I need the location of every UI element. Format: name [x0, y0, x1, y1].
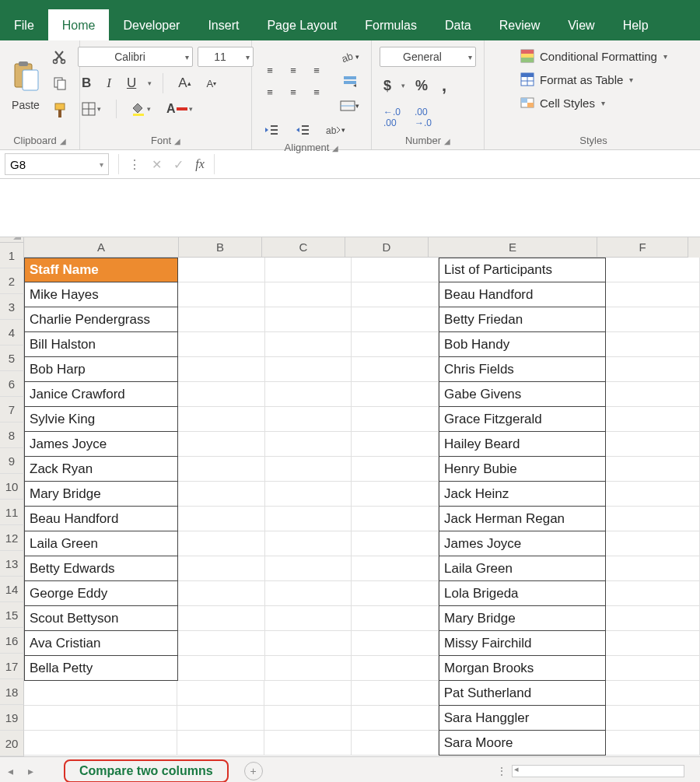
cut-icon[interactable] — [48, 47, 72, 67]
cell-F8[interactable] — [606, 432, 700, 457]
cell-D20[interactable] — [352, 731, 439, 756]
font-color-icon[interactable]: A▾ — [163, 100, 197, 118]
cell-E2[interactable]: Beau Handford — [439, 282, 606, 307]
cell-A19[interactable] — [24, 706, 177, 731]
cell-B1[interactable] — [178, 258, 265, 282]
row-header-9[interactable]: 9 — [0, 448, 24, 474]
italic-button[interactable]: I — [103, 73, 115, 93]
cell-A17[interactable]: Bella Petty — [24, 656, 178, 681]
enter-icon[interactable]: ✓ — [167, 154, 189, 174]
decrease-decimal-icon[interactable]: .00→.0 — [411, 104, 436, 131]
cell-D16[interactable] — [352, 631, 439, 656]
cell-E3[interactable]: Betty Friedan — [439, 307, 606, 332]
column-header-A[interactable]: A — [24, 237, 179, 258]
cell-B10[interactable] — [178, 482, 265, 507]
cell-D15[interactable] — [352, 606, 439, 631]
cell-D13[interactable] — [352, 556, 439, 581]
row-header-17[interactable]: 17 — [0, 654, 24, 679]
fx-icon[interactable]: fx — [189, 154, 211, 174]
cell-B4[interactable] — [178, 332, 265, 357]
cell-B14[interactable] — [178, 581, 265, 606]
cell-E17[interactable]: Morgan Brooks — [439, 656, 606, 681]
cell-D8[interactable] — [352, 432, 439, 457]
formula-input[interactable] — [214, 154, 700, 174]
cell-C5[interactable] — [265, 357, 352, 382]
align-top-icon[interactable]: ≡ — [260, 61, 280, 79]
row-header-3[interactable]: 3 — [0, 294, 24, 320]
format-as-table-button[interactable]: Format as Table▾ — [520, 70, 633, 89]
cell-F15[interactable] — [606, 606, 700, 631]
cell-C6[interactable] — [265, 382, 352, 407]
cell-C1[interactable] — [265, 258, 352, 282]
cell-A5[interactable]: Bob Harp — [24, 357, 178, 382]
cell-E18[interactable]: Pat Sutherland — [439, 681, 606, 706]
row-header-5[interactable]: 5 — [0, 345, 24, 371]
cell-B2[interactable] — [178, 282, 265, 307]
cell-B16[interactable] — [178, 631, 265, 656]
row-header-11[interactable]: 11 — [0, 500, 24, 525]
cell-C14[interactable] — [265, 581, 352, 606]
align-bottom-icon[interactable]: ≡ — [306, 61, 327, 79]
tab-home[interactable]: Home — [48, 9, 110, 40]
tab-page-layout[interactable]: Page Layout — [253, 9, 351, 40]
cell-F20[interactable] — [606, 731, 700, 756]
cell-B17[interactable] — [178, 656, 265, 681]
cell-B3[interactable] — [178, 307, 265, 332]
cell-A9[interactable]: Zack Ryan — [24, 457, 178, 482]
column-header-D[interactable]: D — [345, 237, 429, 258]
tab-developer[interactable]: Developer — [109, 9, 194, 40]
worksheet-grid[interactable]: 1234567891011121314151617181920 ABCDEF S… — [0, 237, 700, 756]
increase-decimal-icon[interactable]: ←.0.00 — [380, 104, 404, 131]
column-header-B[interactable]: B — [179, 237, 262, 258]
cell-F17[interactable] — [606, 656, 700, 681]
number-format-dropdown[interactable]: General — [380, 47, 476, 67]
select-all-corner[interactable] — [0, 237, 24, 243]
cell-A8[interactable]: James Joyce — [24, 432, 178, 457]
cell-E6[interactable]: Gabe Givens — [439, 382, 606, 407]
cell-C9[interactable] — [265, 457, 352, 482]
cell-F12[interactable] — [606, 531, 700, 556]
cell-E5[interactable]: Chris Fields — [439, 357, 606, 382]
cell-C3[interactable] — [265, 307, 352, 332]
cell-F10[interactable] — [606, 482, 700, 507]
cell-A3[interactable]: Charlie Pendergrass — [24, 307, 178, 332]
copy-icon[interactable] — [48, 73, 72, 93]
tab-help[interactable]: Help — [609, 9, 663, 40]
paste-icon[interactable] — [8, 57, 44, 96]
cell-C11[interactable] — [265, 507, 352, 531]
cell-B12[interactable] — [178, 531, 265, 556]
column-header-C[interactable]: C — [262, 237, 345, 258]
decrease-indent-icon[interactable] — [260, 121, 283, 139]
cell-C2[interactable] — [265, 282, 352, 307]
cell-E10[interactable]: Jack Heinz — [439, 482, 606, 507]
cell-C18[interactable] — [264, 681, 352, 706]
cell-E13[interactable]: Laila Green — [439, 556, 606, 581]
cell-A4[interactable]: Bill Halston — [24, 332, 178, 357]
cell-A7[interactable]: Sylvie King — [24, 407, 178, 432]
sheet-nav-next-icon[interactable]: ▸ — [22, 763, 39, 780]
cell-D2[interactable] — [352, 282, 439, 307]
cell-A15[interactable]: Scout Bettyson — [24, 606, 178, 631]
align-center-icon[interactable]: ≡ — [283, 82, 303, 101]
cell-E19[interactable]: Sara Hanggler — [439, 706, 606, 731]
comma-button[interactable]: , — [438, 73, 450, 98]
cell-A12[interactable]: Laila Green — [24, 531, 178, 556]
cell-E8[interactable]: Hailey Beard — [439, 432, 606, 457]
cell-A13[interactable]: Betty Edwards — [24, 556, 178, 581]
tab-review[interactable]: Review — [485, 9, 554, 40]
font-size-dropdown[interactable]: 11 — [198, 47, 254, 67]
cell-B5[interactable] — [178, 357, 265, 382]
cell-D3[interactable] — [352, 307, 439, 332]
cell-A1[interactable]: Staff Name — [24, 258, 178, 282]
percent-button[interactable]: % — [411, 75, 432, 96]
orientation-icon[interactable]: ab▾ — [336, 47, 363, 67]
row-header-18[interactable]: 18 — [0, 679, 24, 705]
row-header-12[interactable]: 12 — [0, 525, 24, 551]
cell-D11[interactable] — [352, 507, 439, 531]
cell-C8[interactable] — [265, 432, 352, 457]
cell-B9[interactable] — [178, 457, 265, 482]
bold-button[interactable]: B — [78, 73, 95, 93]
cell-D12[interactable] — [352, 531, 439, 556]
row-header-2[interactable]: 2 — [0, 268, 24, 294]
row-header-4[interactable]: 4 — [0, 320, 24, 345]
